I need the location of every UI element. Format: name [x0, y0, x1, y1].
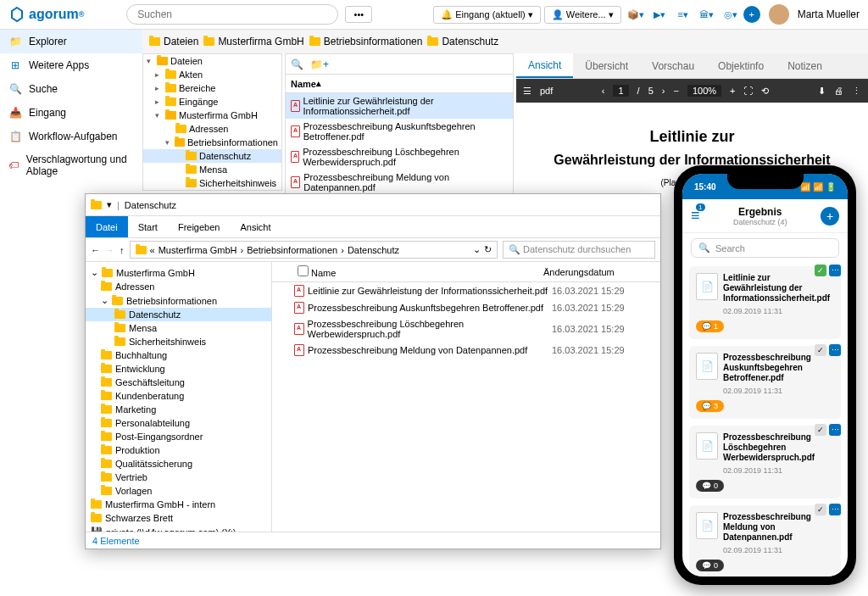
pdf-rotate-icon[interactable]: ⟲ [761, 86, 769, 97]
tree-item[interactable]: Entwicklung [86, 362, 271, 376]
menu-share[interactable]: Freigeben [168, 216, 231, 237]
comment-badge[interactable]: 💬 0 [696, 480, 724, 492]
tree-item[interactable]: ⌄ Betriebsinformationen [86, 293, 271, 308]
more-icon[interactable]: ⋯ [829, 504, 841, 515]
expand-icon[interactable]: ▸ [155, 97, 163, 106]
collapse-icon[interactable]: ▾ [165, 138, 172, 147]
tree-item[interactable]: ▾Betriebsinformationen [143, 136, 281, 149]
nav-forward-icon[interactable]: → [105, 245, 114, 255]
check-icon[interactable]: ✓ [815, 344, 826, 356]
expand-icon[interactable]: ▸ [155, 84, 163, 92]
tree-root[interactable]: ⌄ Musterfirma GmbH [86, 265, 271, 280]
search-icon[interactable]: 🔍 [291, 58, 303, 70]
tree-item[interactable]: ▸Eingänge [143, 95, 281, 109]
tree-item[interactable]: Qualitätssicherung [86, 457, 271, 471]
brand-logo[interactable]: agorum® [8, 6, 84, 23]
address-bar[interactable]: « Musterfirma GmbH› Betriebsinformatione… [130, 241, 498, 259]
pdf-zoom-level[interactable]: 100% [687, 85, 721, 97]
file-row[interactable]: Prozessbeschreibung Auskunftsbegehren Be… [272, 299, 660, 316]
nav-tagging[interactable]: 🏷Verschlagwortung und Ablage [0, 148, 142, 182]
file-column-header[interactable]: Name ▴ [286, 75, 513, 93]
tree-item[interactable]: ▾Musterfirma GmbH [143, 109, 281, 122]
phone-search-input[interactable]: 🔍 Search [691, 238, 839, 258]
tree-item[interactable]: Schwarzes Brett [86, 511, 271, 525]
tree-item[interactable]: Adressen [86, 280, 271, 293]
tree-item[interactable]: Post-Eingangsordner [86, 430, 271, 443]
pdf-print-icon[interactable]: 🖨 [834, 86, 843, 96]
breadcrumb-item[interactable]: Datenschutz [427, 36, 498, 47]
collapse-icon[interactable]: ▾ [147, 57, 154, 65]
tree-item[interactable]: ▸Akten [143, 68, 281, 81]
tree-item[interactable]: Produktion [86, 443, 271, 457]
more-icon[interactable]: ⋯ [829, 265, 841, 276]
action-4-icon[interactable]: 🏛▾ [696, 6, 718, 23]
pdf-page-current[interactable]: 1 [613, 85, 628, 97]
nav-workflow[interactable]: 📋Workflow-Aufgaben [0, 125, 142, 148]
tree-item[interactable]: Geschäftsleitung [86, 376, 271, 389]
tree-item[interactable]: Mensa [86, 321, 271, 335]
result-card[interactable]: ✓⋯ 📄Leitlinie zur Gewährleistung der Inf… [689, 266, 841, 339]
add-button[interactable]: + [743, 6, 760, 23]
nav-up-icon[interactable]: ↑ [120, 245, 125, 255]
comment-badge[interactable]: 💬 1 [696, 320, 724, 332]
action-5-icon[interactable]: ◎▾ [720, 6, 742, 23]
action-2-icon[interactable]: ▶▾ [648, 6, 670, 23]
action-1-icon[interactable]: 📦▾ [625, 6, 647, 23]
tree-item[interactable]: Musterfirma GmbH - intern [86, 498, 271, 511]
tree-item[interactable]: Mensa [143, 163, 281, 176]
check-icon[interactable]: ✓ [815, 265, 826, 276]
window-titlebar[interactable]: ▾ | Datenschutz [86, 194, 660, 216]
tree-item[interactable]: Sicherheitshinweis [86, 335, 271, 348]
col-date[interactable]: Änderungsdatum [543, 267, 660, 277]
add-folder-icon[interactable]: 📁+ [310, 58, 329, 70]
file-row[interactable]: Leitlinie zur Gewährleistung der Informa… [272, 282, 660, 299]
pdf-zoom-in[interactable]: + [730, 86, 735, 96]
file-row[interactable]: Prozessbeschreibung Löschbegehren Werbew… [286, 144, 513, 170]
inbox-button[interactable]: 🔔 Eingang (aktuell) ▾ [433, 6, 541, 24]
pdf-fit-icon[interactable]: ⛶ [743, 86, 753, 96]
tree-item-selected[interactable]: Datenschutz [143, 149, 281, 163]
tree-item[interactable]: Vertrieb [86, 471, 271, 484]
nav-search[interactable]: 🔍Suche [0, 77, 142, 101]
result-card[interactable]: ✓⋯ 📄Prozessbeschreibung Auskunftsbegehre… [689, 346, 841, 419]
col-name[interactable]: Name [272, 265, 543, 278]
file-row[interactable]: Leitlinie zur Gewährleistung der Informa… [286, 93, 513, 119]
result-card[interactable]: ✓⋯ 📄Prozessbeschreibung Löschbegehren We… [689, 426, 841, 499]
select-all-checkbox[interactable] [298, 265, 309, 276]
pdf-page-back[interactable]: ‹ [602, 86, 605, 96]
pdf-menu-icon[interactable]: ☰ [523, 86, 531, 97]
file-row[interactable]: Prozessbeschreibung Löschbegehren Werbew… [272, 316, 660, 342]
tree-item[interactable]: Kundenberatung [86, 389, 271, 403]
tree-item[interactable]: Adressen [143, 122, 281, 136]
phone-add-button[interactable]: + [821, 207, 839, 226]
nav-apps[interactable]: ⊞Weitere Apps [0, 53, 142, 77]
tree-item-selected[interactable]: Datenschutz [86, 308, 271, 321]
pdf-download-icon[interactable]: ⬇ [818, 86, 826, 97]
comment-badge[interactable]: 💬 3 [696, 400, 724, 412]
tree-item[interactable]: ▾Dateien [143, 54, 281, 68]
nav-explorer[interactable]: 📁Explorer [0, 30, 142, 53]
more-icon[interactable]: ⋯ [829, 424, 841, 436]
pdf-more-icon[interactable]: ⋮ [852, 86, 861, 97]
breadcrumb-item[interactable]: Musterfirma GmbH [203, 36, 303, 47]
menu-view[interactable]: Ansicht [230, 216, 281, 237]
result-card[interactable]: ✓⋯ 📄Prozessbeschreibung Meldung von Date… [689, 505, 841, 577]
search-options-button[interactable]: ••• [345, 6, 372, 23]
pdf-zoom-out[interactable]: − [673, 86, 678, 96]
tab-preview[interactable]: Vorschau [640, 53, 706, 78]
global-search-input[interactable] [126, 4, 338, 25]
file-row[interactable]: Prozessbeschreibung Auskunftsbegehren Be… [286, 119, 513, 144]
back-button[interactable]: ≡1 [691, 207, 700, 225]
file-row[interactable]: Prozessbeschreibung Meldung von Datenpan… [272, 342, 660, 359]
nav-inbox[interactable]: 📥Eingang [0, 101, 142, 125]
menu-start[interactable]: Start [128, 216, 168, 237]
menu-file[interactable]: Datei [86, 216, 128, 237]
user-avatar[interactable] [769, 4, 789, 25]
tree-item[interactable]: Buchhaltung [86, 348, 271, 362]
tab-overview[interactable]: Übersicht [573, 53, 640, 78]
comment-badge[interactable]: 💬 0 [696, 560, 724, 571]
collapse-icon[interactable]: ▾ [155, 111, 163, 120]
action-3-icon[interactable]: ≡▾ [672, 6, 694, 23]
expand-icon[interactable]: ▸ [155, 70, 163, 79]
tree-item[interactable]: Personalabteilung [86, 416, 271, 430]
